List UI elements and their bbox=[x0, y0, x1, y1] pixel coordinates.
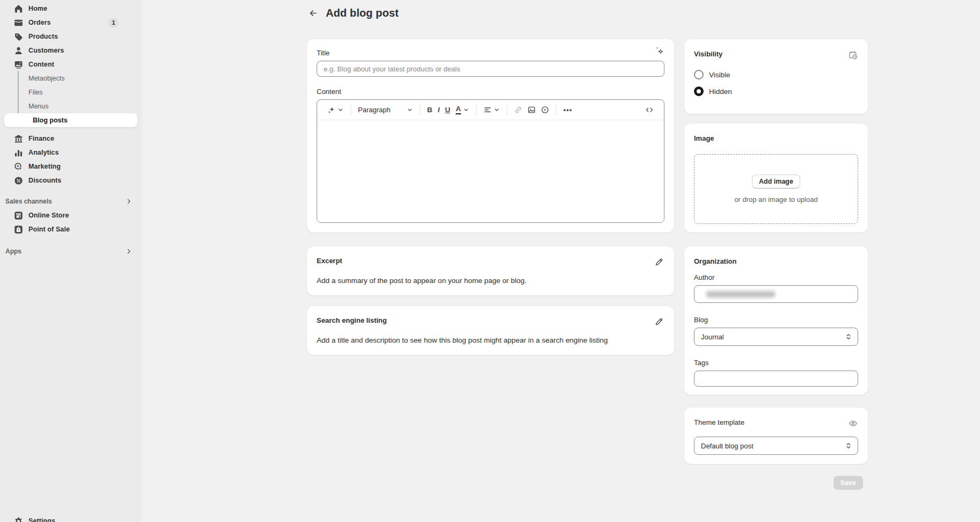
add-image-button[interactable]: Add image bbox=[752, 175, 800, 189]
home-icon bbox=[14, 4, 23, 13]
search-engine-listing-card: Search engine listing Add a title and de… bbox=[307, 306, 674, 355]
editor-toolbar: Paragraph B I U A bbox=[317, 100, 664, 120]
sparkle-icon bbox=[327, 106, 335, 114]
chevron-right-icon bbox=[126, 248, 132, 255]
sidebar-item-label: Orders bbox=[28, 19, 51, 26]
radio-unchecked bbox=[694, 70, 704, 79]
sidebar-subitem-label: Files bbox=[28, 89, 42, 96]
bold-button[interactable]: B bbox=[425, 105, 435, 115]
image-card: Image Add image or drop an image to uplo… bbox=[684, 124, 868, 233]
schedule-visibility-button[interactable] bbox=[848, 50, 858, 60]
blog-select[interactable]: Journal bbox=[694, 328, 858, 346]
blog-select-value: Journal bbox=[701, 333, 724, 341]
sidebar-item-label: Home bbox=[28, 5, 47, 12]
sidebar-item-finance[interactable]: Finance bbox=[4, 132, 137, 146]
sidebar-item-marketing[interactable]: Marketing bbox=[4, 160, 137, 173]
main-area: Add blog post Title Content bbox=[142, 0, 980, 522]
sidebar-item-home[interactable]: Home bbox=[4, 2, 137, 16]
storefront-icon bbox=[14, 211, 23, 220]
title-input[interactable] bbox=[317, 61, 664, 77]
select-chevrons-icon bbox=[845, 442, 852, 450]
sidebar-subitem-label: Blog posts bbox=[33, 117, 68, 124]
edit-seo-button[interactable] bbox=[654, 316, 664, 327]
insert-link-button[interactable] bbox=[511, 104, 525, 115]
save-button[interactable]: Save bbox=[833, 476, 863, 490]
sidebar-item-metaobjects[interactable]: Metaobjects bbox=[4, 71, 137, 85]
link-icon bbox=[514, 106, 522, 114]
chevron-down-icon bbox=[463, 107, 469, 113]
sidebar-item-products[interactable]: Products bbox=[4, 30, 137, 44]
edit-excerpt-button[interactable] bbox=[654, 257, 664, 267]
toolbar-separator bbox=[556, 105, 557, 115]
seo-heading: Search engine listing bbox=[317, 316, 387, 324]
text-color-button[interactable]: A bbox=[453, 104, 472, 116]
apps-label: Apps bbox=[5, 248, 21, 255]
tags-input[interactable] bbox=[694, 371, 858, 387]
sidebar-item-point-of-sale[interactable]: Point of Sale bbox=[4, 222, 137, 236]
author-input[interactable] bbox=[694, 285, 858, 303]
person-icon bbox=[14, 46, 23, 55]
tag-icon bbox=[14, 32, 23, 41]
sidebar-subitem-label: Menus bbox=[28, 103, 49, 110]
seo-description: Add a title and description to see how t… bbox=[317, 336, 664, 344]
insert-video-button[interactable] bbox=[538, 104, 552, 115]
content-editor-area[interactable] bbox=[317, 120, 664, 222]
insert-image-button[interactable] bbox=[525, 104, 538, 115]
visibility-option-hidden[interactable]: Hidden bbox=[694, 86, 858, 96]
bold-label: B bbox=[427, 106, 433, 114]
preview-template-button[interactable] bbox=[848, 418, 858, 429]
calendar-clock-icon bbox=[849, 50, 858, 60]
discount-badge-icon bbox=[14, 176, 23, 185]
sidebar-item-menus[interactable]: Menus bbox=[4, 99, 137, 113]
underline-button[interactable]: U bbox=[442, 105, 453, 115]
paragraph-style-dropdown[interactable]: Paragraph bbox=[355, 104, 415, 115]
sidebar-item-label: Customers bbox=[28, 47, 64, 54]
image-dropzone[interactable]: Add image or drop an image to upload bbox=[694, 154, 858, 224]
settings-column: Visibility Visible Hidden Image Add bbox=[684, 39, 868, 490]
sidebar-item-discounts[interactable]: Discounts bbox=[4, 173, 137, 187]
back-button[interactable] bbox=[305, 5, 320, 20]
sidebar-item-files[interactable]: Files bbox=[4, 85, 137, 99]
italic-label: I bbox=[437, 106, 440, 114]
italic-button[interactable]: I bbox=[435, 105, 442, 115]
toolbar-separator bbox=[420, 105, 420, 115]
chevron-right-icon bbox=[126, 198, 132, 205]
sidebar-item-content[interactable]: Content bbox=[4, 57, 137, 71]
theme-template-select[interactable]: Default blog post bbox=[694, 437, 858, 455]
more-label: ••• bbox=[564, 106, 573, 114]
pencil-icon bbox=[655, 317, 663, 326]
show-html-button[interactable] bbox=[642, 104, 656, 115]
sidebar-item-label: Settings bbox=[28, 517, 55, 522]
sidebar-subitem-label: Metaobjects bbox=[28, 75, 64, 82]
tags-label: Tags bbox=[694, 359, 858, 367]
sidebar-item-online-store[interactable]: Online Store bbox=[4, 208, 137, 222]
target-cursor-icon bbox=[14, 162, 23, 171]
sparkle-icon bbox=[655, 46, 664, 56]
apps-header[interactable]: Apps bbox=[4, 244, 137, 258]
page-title: Add blog post bbox=[326, 7, 399, 19]
toolbar-separator bbox=[507, 105, 507, 115]
chevron-down-icon bbox=[407, 107, 413, 113]
ai-sparkle-button[interactable] bbox=[654, 45, 665, 57]
sidebar-item-settings[interactable]: Settings bbox=[4, 514, 137, 522]
sidebar-item-blog-posts[interactable]: Blog posts bbox=[4, 113, 137, 127]
excerpt-card: Excerpt Add a summary of the post to app… bbox=[307, 247, 674, 295]
gear-icon bbox=[14, 517, 23, 522]
more-options-button[interactable]: ••• bbox=[561, 104, 575, 115]
sidebar-item-customers[interactable]: Customers bbox=[4, 44, 137, 57]
sales-channels-header[interactable]: Sales channels bbox=[4, 194, 137, 208]
form-column: Title Content Paragraph bbox=[307, 39, 674, 355]
visibility-option-visible[interactable]: Visible bbox=[694, 70, 858, 79]
excerpt-heading: Excerpt bbox=[317, 257, 342, 265]
sidebar-item-analytics[interactable]: Analytics bbox=[4, 146, 137, 160]
image-heading: Image bbox=[694, 134, 858, 142]
drop-hint-text: or drop an image to upload bbox=[734, 195, 817, 204]
ai-assist-button[interactable] bbox=[325, 104, 346, 115]
align-left-icon bbox=[484, 106, 492, 114]
alignment-dropdown[interactable] bbox=[481, 104, 502, 115]
toolbar-separator bbox=[350, 105, 351, 115]
sidebar: Home Orders 1 Products Customers Content… bbox=[0, 0, 142, 522]
sidebar-item-orders[interactable]: Orders 1 bbox=[4, 16, 137, 30]
sidebar-item-label: Products bbox=[28, 33, 58, 40]
theme-template-card: Theme template Default blog post bbox=[684, 408, 868, 464]
